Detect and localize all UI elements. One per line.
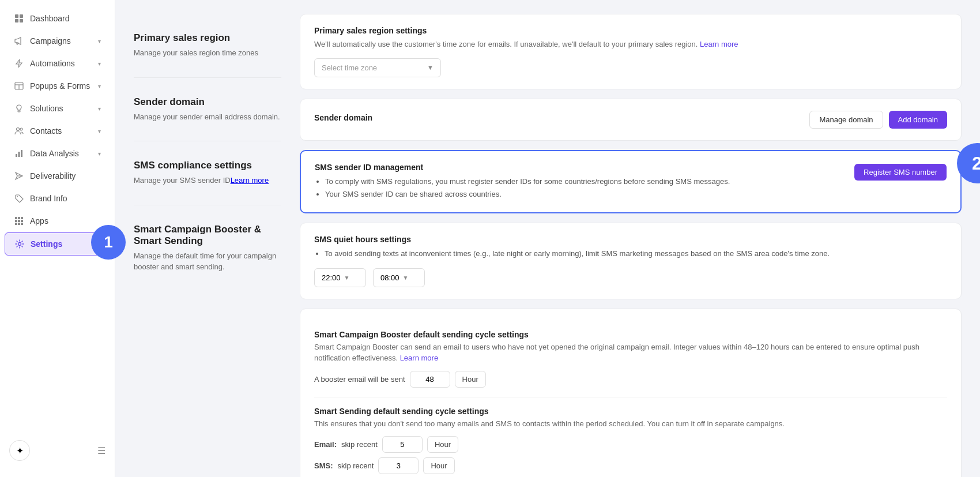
chevron-down-icon: ▾	[98, 38, 101, 44]
ai-button[interactable]: ✦	[9, 440, 30, 461]
svg-rect-10	[16, 154, 17, 157]
sms-quiet-bullets: To avoid sending texts at inconvenient t…	[314, 247, 947, 260]
lightbulb-icon	[14, 103, 24, 114]
section-desc-sender-domain: Sender domain Manage your sender email a…	[134, 78, 281, 142]
svg-rect-15	[15, 217, 17, 219]
sidebar-item-campaigns[interactable]: Campaigns ▾	[5, 30, 110, 52]
section-title-smart-campaign: Smart Campaign Booster & Smart Sending	[134, 224, 281, 247]
sms-value-input[interactable]	[378, 457, 419, 474]
sms-quiet-bullet-1: To avoid sending texts at inconvenient t…	[325, 247, 947, 260]
card-sms-sender-id: SMS sender ID management To comply with …	[300, 150, 962, 213]
card-desc-primary-sales: We'll automatically use the customer's t…	[314, 39, 947, 50]
booster-value-input[interactable]	[410, 371, 450, 388]
chart-icon	[14, 148, 24, 159]
sidebar-item-deliverability[interactable]: Deliverability	[5, 165, 110, 187]
table-icon	[14, 81, 24, 91]
sidebar-item-label: Popups & Forms	[30, 81, 90, 91]
quiet-end-time[interactable]: 08:00 ▼	[373, 268, 425, 287]
sms-learn-more-link[interactable]: Learn more	[231, 176, 269, 185]
tag-icon	[14, 193, 24, 204]
sender-domain-title: Sender domain	[314, 113, 372, 122]
chevron-down-icon: ▼	[403, 275, 409, 281]
sidebar-item-label: Solutions	[30, 104, 63, 113]
add-domain-button[interactable]: Add domain	[889, 111, 947, 129]
sms-bullet-1: To comply with SMS regulations, you must…	[325, 175, 843, 188]
email-skip-row: Email: skip recent Hour	[314, 436, 947, 453]
email-value-input[interactable]	[382, 436, 423, 453]
manage-domain-button[interactable]: Manage domain	[809, 111, 883, 129]
sidebar-item-solutions[interactable]: Solutions ▾	[5, 97, 110, 119]
email-unit: Hour	[427, 436, 458, 453]
svg-rect-17	[21, 217, 23, 219]
chevron-down-icon: ▼	[427, 64, 434, 71]
sidebar-item-label: Dashboard	[30, 14, 70, 23]
section-title-sender-domain: Sender domain	[134, 96, 281, 108]
svg-rect-0	[15, 14, 18, 18]
sidebar-item-apps[interactable]: Apps	[5, 210, 110, 232]
section-desc-smart-campaign: Smart Campaign Booster & Smart Sending M…	[134, 205, 281, 291]
card-sender-domain: Sender domain Manage domain Add domain	[300, 99, 962, 141]
sidebar-item-contacts[interactable]: Contacts ▾	[5, 120, 110, 142]
sidebar-item-settings[interactable]: Settings	[5, 232, 110, 256]
section-desc-sms-compliance: SMS compliance settings Manage your SMS …	[134, 141, 281, 205]
sidebar-item-automations[interactable]: Automations ▾	[5, 52, 110, 74]
card-primary-sales: Primary sales region settings We'll auto…	[300, 14, 962, 89]
booster-email-row: A booster email will be sent Hour	[314, 371, 947, 388]
register-sms-button[interactable]: Register SMS number	[854, 164, 947, 181]
lightning-icon	[14, 58, 24, 69]
svg-rect-16	[18, 217, 20, 219]
sidebar-item-dashboard[interactable]: Dashboard	[5, 7, 110, 29]
sidebar-item-label: Contacts	[30, 126, 62, 136]
chevron-down-icon: ▾	[98, 106, 101, 112]
svg-rect-22	[18, 223, 20, 225]
section-desc-text-sms-compliance: Manage your SMS sender IDLearn more	[134, 175, 281, 186]
menu-icon[interactable]: ☰	[97, 445, 105, 456]
svg-rect-3	[20, 19, 23, 22]
send-icon	[14, 171, 24, 181]
smart-sending-title: Smart Sending default sending cycle sett…	[314, 407, 947, 416]
svg-rect-7	[18, 111, 20, 112]
sparkle-icon: ✦	[16, 445, 24, 456]
section-title-sms-compliance: SMS compliance settings	[134, 160, 281, 171]
primary-sales-learn-more[interactable]: Learn more	[700, 40, 738, 48]
svg-point-8	[17, 128, 20, 131]
sidebar-item-label: Automations	[30, 59, 75, 68]
sidebar-item-label: Campaigns	[30, 36, 71, 46]
users-icon	[14, 126, 24, 136]
smart-booster-desc: Smart Campaign Booster can send an email…	[314, 341, 947, 364]
svg-rect-1	[20, 14, 23, 18]
left-descriptions-panel: Primary sales region Manage your sales r…	[115, 0, 300, 477]
quiet-start-time[interactable]: 22:00 ▼	[314, 268, 366, 287]
sms-sender-header: SMS sender ID management To comply with …	[315, 163, 947, 201]
chevron-down-icon: ▾	[98, 128, 101, 134]
card-smart-campaign: Smart Campaign Booster default sending c…	[300, 309, 962, 477]
timezone-select[interactable]: Select time zone ▼	[314, 58, 441, 77]
sender-domain-actions: Manage domain Add domain	[809, 111, 947, 129]
section-desc-text-primary-sales: Manage your sales region time zones	[134, 47, 281, 59]
sidebar-item-brand-info[interactable]: Brand Info	[5, 187, 110, 209]
megaphone-icon	[14, 36, 24, 46]
svg-rect-21	[15, 223, 17, 225]
chevron-down-icon: ▾	[98, 61, 101, 67]
sidebar-item-label: Data Analysis	[30, 149, 79, 158]
svg-rect-12	[21, 150, 22, 157]
svg-rect-23	[21, 223, 23, 225]
email-label: Email:	[314, 440, 337, 449]
sms-label: SMS:	[314, 461, 333, 470]
booster-unit: Hour	[455, 371, 486, 388]
sms-bullet-2: Your SMS sender ID can be shared across …	[325, 188, 843, 201]
sender-domain-header: Sender domain Manage domain Add domain	[314, 111, 947, 129]
grid-icon	[14, 13, 24, 24]
sidebar-item-popups-forms[interactable]: Popups & Forms ▾	[5, 75, 110, 97]
chevron-down-icon: ▾	[98, 151, 101, 157]
sidebar-item-data-analysis[interactable]: Data Analysis ▾	[5, 142, 110, 164]
svg-rect-11	[18, 152, 20, 157]
sidebar-item-label: Deliverability	[30, 171, 76, 181]
smart-booster-learn-more[interactable]: Learn more	[400, 354, 438, 362]
sidebar-item-label: Brand Info	[30, 194, 67, 203]
svg-point-24	[18, 243, 21, 246]
svg-rect-2	[15, 19, 18, 22]
section-desc-text-smart-campaign: Manage the default time for your campaig…	[134, 250, 281, 273]
sidebar: Dashboard Campaigns ▾ Automations ▾ Popu…	[0, 0, 115, 477]
sms-quiet-title: SMS quiet hours settings	[314, 235, 947, 244]
